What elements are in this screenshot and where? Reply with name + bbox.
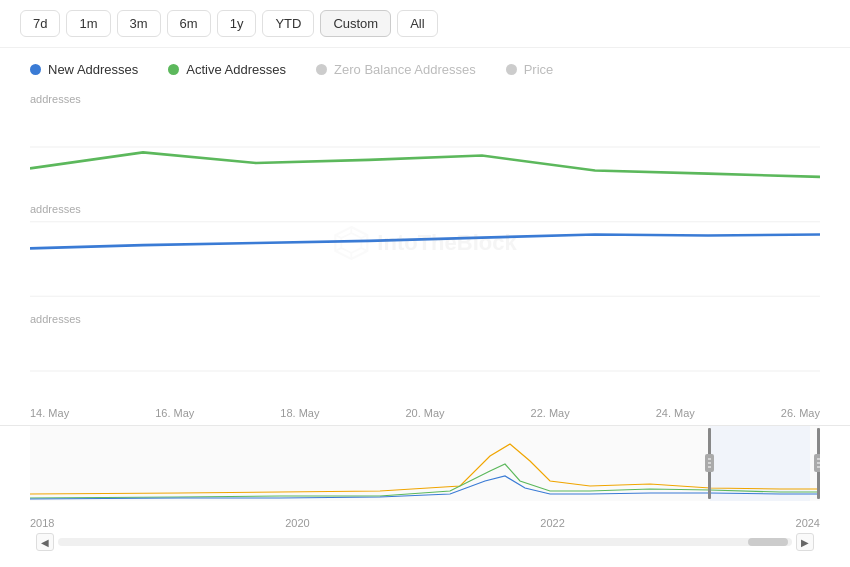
zero-balance-dot: [316, 64, 327, 75]
btn-6m[interactable]: 6m: [167, 10, 211, 37]
mini-x-label-2022: 2022: [540, 517, 564, 529]
mini-chart: [0, 425, 850, 515]
y-label-top: addresses: [30, 93, 81, 105]
btn-all[interactable]: All: [397, 10, 437, 37]
new-addresses-dot: [30, 64, 41, 75]
scroll-right-arrow[interactable]: ▶: [796, 533, 814, 551]
scroll-thumb[interactable]: [748, 538, 788, 546]
active-addresses-label: Active Addresses: [186, 62, 286, 77]
x-label-3: 20. May: [405, 407, 444, 419]
mini-x-label-2024: 2024: [796, 517, 820, 529]
x-label-1: 16. May: [155, 407, 194, 419]
x-label-4: 22. May: [531, 407, 570, 419]
y-label-mid: addresses: [30, 203, 81, 215]
scroll-bar: ◀ ▶: [30, 531, 820, 553]
watermark-text: IntoTheBlock: [377, 230, 516, 256]
x-label-0: 14. May: [30, 407, 69, 419]
legend-price[interactable]: Price: [506, 62, 554, 77]
new-addresses-label: New Addresses: [48, 62, 138, 77]
x-label-2: 18. May: [280, 407, 319, 419]
mini-x-label-2020: 2020: [285, 517, 309, 529]
legend-zero-balance[interactable]: Zero Balance Addresses: [316, 62, 476, 77]
price-dot: [506, 64, 517, 75]
y-label-bottom: addresses: [30, 313, 81, 325]
btn-3m[interactable]: 3m: [117, 10, 161, 37]
mini-chart-svg: [30, 426, 820, 501]
scroll-left-arrow[interactable]: ◀: [36, 533, 54, 551]
main-chart: addresses addresses addresses IntoTheBlo…: [0, 83, 850, 403]
zero-balance-label: Zero Balance Addresses: [334, 62, 476, 77]
btn-1y[interactable]: 1y: [217, 10, 257, 37]
btn-custom[interactable]: Custom: [320, 10, 391, 37]
time-range-bar: 7d 1m 3m 6m 1y YTD Custom All: [0, 0, 850, 48]
x-label-5: 24. May: [656, 407, 695, 419]
watermark: IntoTheBlock: [333, 225, 516, 261]
mini-x-label-2018: 2018: [30, 517, 54, 529]
active-addresses-line: [30, 152, 820, 177]
svg-rect-13: [710, 426, 810, 501]
scroll-track[interactable]: [58, 538, 792, 546]
btn-7d[interactable]: 7d: [20, 10, 60, 37]
mini-x-labels: 2018 2020 2022 2024: [0, 515, 850, 529]
btn-1m[interactable]: 1m: [66, 10, 110, 37]
legend-new-addresses[interactable]: New Addresses: [30, 62, 138, 77]
legend: New Addresses Active Addresses Zero Bala…: [0, 48, 850, 83]
btn-ytd[interactable]: YTD: [262, 10, 314, 37]
svg-marker-1: [341, 233, 361, 253]
x-axis: 14. May 16. May 18. May 20. May 22. May …: [0, 403, 850, 419]
legend-active-addresses[interactable]: Active Addresses: [168, 62, 286, 77]
price-label: Price: [524, 62, 554, 77]
x-label-6: 26. May: [781, 407, 820, 419]
active-addresses-dot: [168, 64, 179, 75]
